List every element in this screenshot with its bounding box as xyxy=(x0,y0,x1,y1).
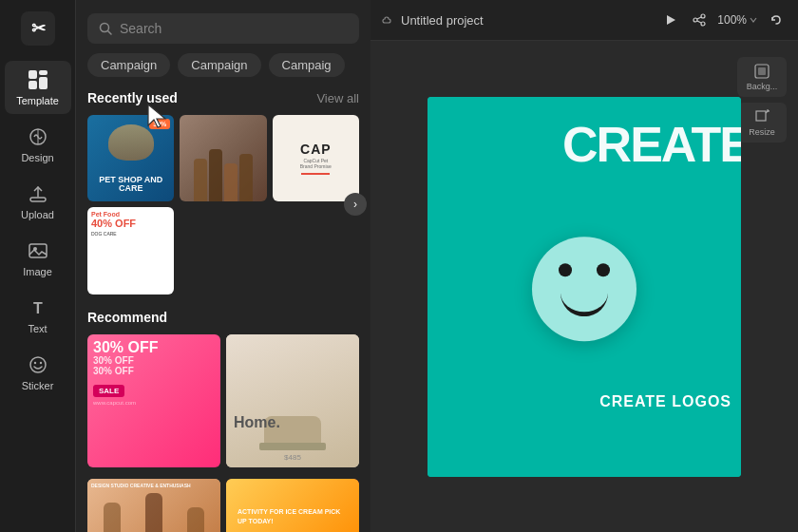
chip-campaign-2[interactable]: Campaign xyxy=(178,53,260,77)
recommend-grid: 30% OFF 30% OFF 30% OFF SALE www.capcut.… xyxy=(87,334,359,467)
svg-text:T: T xyxy=(33,300,43,316)
cloud-icon xyxy=(382,13,395,27)
text-icon: T xyxy=(27,296,49,319)
sticker-label: Sticker xyxy=(22,380,54,391)
play-icon xyxy=(664,13,677,27)
sidebar-item-upload[interactable]: Upload xyxy=(5,175,71,228)
sidebar-item-text[interactable]: T Text xyxy=(5,289,71,342)
next-arrow-button[interactable]: › xyxy=(344,193,367,216)
image-label: Image xyxy=(23,266,52,277)
search-bar[interactable] xyxy=(87,13,359,44)
template-card-sale[interactable]: 30% OFF 30% OFF 30% OFF SALE www.capcut.… xyxy=(87,334,220,467)
project-title-text: Untitled project xyxy=(401,13,484,28)
undo-button[interactable] xyxy=(766,10,787,30)
canvas-area: Untitled project 100% xyxy=(370,0,798,532)
sidebar-item-design[interactable]: Design xyxy=(5,118,71,171)
project-info: Untitled project xyxy=(382,13,484,28)
pet-food-title: Pet Food xyxy=(91,211,170,218)
svg-rect-4 xyxy=(39,77,48,89)
template-card-capcut[interactable]: CAP CapCut Pet Brand Promise xyxy=(273,115,359,201)
search-icon xyxy=(99,22,112,35)
recently-used-header: Recently used View all xyxy=(87,90,359,105)
image-icon xyxy=(27,239,49,262)
canvas-viewport: CREATE CREATE LOGOS NOISSOT xyxy=(370,41,798,532)
filter-chips: Campaign Campaign Campaig xyxy=(76,53,370,86)
recommend-title: Recommend xyxy=(87,310,167,325)
template-label: Template xyxy=(16,95,59,106)
zoom-level: 100% xyxy=(717,13,747,27)
svg-point-18 xyxy=(701,14,705,18)
template-card-home[interactable]: $485 Home. xyxy=(226,334,359,467)
svg-rect-2 xyxy=(28,70,37,79)
panel-content: Recently used View all 30% PET SHOP AND … xyxy=(76,86,370,532)
zoom-display[interactable]: 100% xyxy=(717,13,758,27)
undo-icon xyxy=(770,13,783,27)
svg-marker-17 xyxy=(667,15,675,25)
share-button[interactable] xyxy=(689,10,710,30)
template-card-people[interactable]: DESIGN STUDIO CREATIVE & ENTHUSIASH xyxy=(87,479,220,532)
template-panel: Campaign Campaign Campaig Recently used … xyxy=(76,0,370,532)
pet-shop-text: PET SHOP AND CARE xyxy=(95,176,166,195)
sale-main-text: 30% OFF xyxy=(93,340,215,355)
template-card-pet-food[interactable]: Pet Food 40% OFF DOG CARE xyxy=(87,207,174,294)
view-all-button[interactable]: View all xyxy=(316,91,359,105)
svg-rect-3 xyxy=(39,70,48,75)
upload-icon xyxy=(27,182,49,205)
search-input[interactable] xyxy=(120,21,348,36)
people-text: DESIGN STUDIO CREATIVE & ENTHUSIASH xyxy=(91,483,191,489)
recommend-header: Recommend xyxy=(87,310,359,325)
template-card-pet-shop[interactable]: 30% PET SHOP AND CARE xyxy=(87,115,174,201)
pet-shop-badge: 30% xyxy=(149,119,170,129)
svg-point-12 xyxy=(30,357,46,372)
svg-line-22 xyxy=(697,21,701,23)
canvas-design: CREATE CREATE LOGOS NOISSOT xyxy=(428,97,741,477)
svg-rect-9 xyxy=(29,244,47,257)
sticker-icon xyxy=(27,353,49,376)
toolbar-right: 100% xyxy=(660,10,787,30)
app-logo: ✂ xyxy=(21,11,55,46)
chip-campaign-3[interactable]: Campaig xyxy=(269,53,345,77)
template-card-group[interactable] xyxy=(180,115,266,201)
svg-point-14 xyxy=(39,362,41,364)
svg-text:✂: ✂ xyxy=(30,19,46,38)
chevron-down-icon xyxy=(749,15,758,25)
share-icon xyxy=(693,13,706,27)
sidebar-item-sticker[interactable]: Sticker xyxy=(5,346,71,399)
home-text: Home. xyxy=(234,414,280,431)
sidebar-item-image[interactable]: Image xyxy=(5,232,71,285)
chip-campaign-1[interactable]: Campaign xyxy=(87,53,170,77)
svg-line-21 xyxy=(697,17,701,19)
svg-point-20 xyxy=(701,22,705,26)
template-icon xyxy=(27,68,49,91)
design-label: Design xyxy=(21,152,53,163)
sidebar: ✂ Template Design xyxy=(0,0,76,532)
sidebar-item-template[interactable]: Template xyxy=(5,61,71,114)
icecream-text: ACTIVITY FOR ICE CREAM PICK UP TODAY! xyxy=(238,507,348,526)
upload-label: Upload xyxy=(21,209,54,220)
svg-rect-5 xyxy=(28,81,37,89)
svg-rect-8 xyxy=(30,198,46,201)
play-button[interactable] xyxy=(660,10,681,30)
svg-point-19 xyxy=(694,18,697,22)
design-icon xyxy=(27,125,49,148)
recently-used-title: Recently used xyxy=(87,90,178,105)
capcut-cap-text: CAP xyxy=(300,142,332,157)
svg-line-16 xyxy=(108,31,112,35)
bottom-grid: DESIGN STUDIO CREATIVE & ENTHUSIASH ACTI… xyxy=(87,479,359,532)
canvas-toolbar: Untitled project 100% xyxy=(370,0,798,41)
template-card-icecream[interactable]: ACTIVITY FOR ICE CREAM PICK UP TODAY! xyxy=(226,479,359,532)
text-label: Text xyxy=(28,323,47,334)
recently-used-grid: 30% PET SHOP AND CARE CAP CapCut P xyxy=(87,115,359,294)
pet-food-off: 40% OFF xyxy=(91,218,170,229)
svg-point-13 xyxy=(33,362,35,364)
